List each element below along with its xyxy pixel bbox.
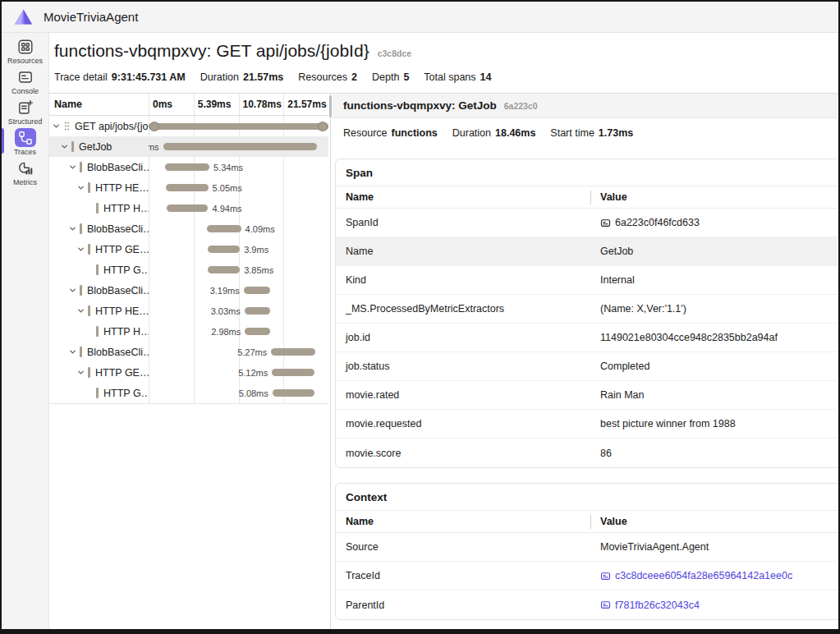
span-name: HTTP H… <box>103 326 149 338</box>
property-name: TraceId <box>336 570 590 581</box>
sidebar-item-metrics[interactable]: Metrics <box>2 158 48 189</box>
span-duration-bar[interactable] <box>149 123 328 130</box>
chevron-down-icon[interactable] <box>68 347 77 356</box>
property-value-text: 6a223c0f46fcd633 <box>615 217 700 228</box>
sidebar-item-label: Resources <box>7 57 43 65</box>
span-meta-item-value: functions <box>392 127 438 139</box>
property-value-text: (Name: X,Ver:'1.1') <box>600 303 686 315</box>
span-duration-bar[interactable] <box>208 246 241 253</box>
property-row: movie.requestedbest picture winner from … <box>336 410 838 439</box>
span-timeline-cell: 1.73ms <box>149 136 328 157</box>
span-duration-bar[interactable] <box>245 307 270 315</box>
chevron-down-icon[interactable] <box>76 306 85 315</box>
trace-span-row[interactable]: GET api/jobs/{jobId} <box>49 116 328 136</box>
chevron-down-icon[interactable] <box>68 286 77 295</box>
property-value-text: GetJob <box>600 246 633 257</box>
property-name: Name <box>336 246 590 257</box>
span-timeline-cell: 5.27ms <box>149 342 328 362</box>
span-name: HTTP GE… <box>95 244 149 255</box>
property-name: _MS.ProcessedByMetricExtractors <box>336 303 590 315</box>
span-duration-bar[interactable] <box>272 369 314 376</box>
property-row: movie.score86 <box>336 439 838 467</box>
chevron-down-icon[interactable] <box>68 224 77 233</box>
span-duration-label: 4.09ms <box>246 224 275 234</box>
trace-span-row[interactable]: BlobBaseCli…5.34ms <box>49 157 328 177</box>
span-duration-bar[interactable] <box>207 225 241 232</box>
trace-meta-item: Trace detail9:31:45.731 AM <box>54 71 186 83</box>
property-name: Kind <box>336 274 590 286</box>
trace-span-row[interactable]: BlobBaseCli…5.27ms <box>49 342 328 362</box>
resource-color-marker <box>96 388 99 398</box>
span-timeline-cell <box>149 116 328 136</box>
property-value: GetJob <box>590 246 838 257</box>
time-axis-label: 10.78ms <box>243 99 282 110</box>
trace-short-id: c3c8dce <box>378 48 411 58</box>
trace-span-row[interactable]: HTTP G…5.08ms <box>49 383 328 403</box>
span-timeline-cell: 3.19ms <box>149 280 328 301</box>
span-duration-label: 5.27ms <box>237 347 267 357</box>
property-value-link[interactable]: f781fb26c32043c4 <box>590 600 838 611</box>
sidebar-item-traces[interactable]: Traces <box>2 128 48 158</box>
trace-span-row[interactable]: HTTP GE…3.9ms <box>49 239 328 260</box>
span-duration-label: 5.08ms <box>239 388 269 398</box>
span-details-panel: functions-vbqmpxvy: GetJob 6a223c0 Resou… <box>333 94 838 629</box>
section-heading: Context <box>336 484 838 511</box>
resource-color-marker <box>71 141 74 152</box>
sidebar-item-resources[interactable]: Resources <box>2 37 48 67</box>
trace-page-header: functions-vbqmpxvy: GET api/jobs/{jobId}… <box>49 33 838 93</box>
span-duration-bar[interactable] <box>208 266 240 273</box>
span-duration-bar[interactable] <box>165 163 209 171</box>
trace-span-row[interactable]: HTTP G…3.85ms <box>49 260 328 280</box>
property-value: Completed <box>590 361 838 372</box>
property-row: NameGetJob <box>336 237 838 266</box>
scrollbar-thumb[interactable] <box>329 95 332 117</box>
span-duration-bar[interactable] <box>245 328 269 335</box>
trace-span-row[interactable]: HTTP H…2.98ms <box>49 321 328 342</box>
trace-span-row[interactable]: HTTP HE…5.05ms <box>49 177 328 198</box>
grid-icon <box>15 37 36 56</box>
span-name-cell: HTTP GE… <box>49 362 149 383</box>
span-duration-label: 2.98ms <box>211 327 241 337</box>
column-divider[interactable] <box>590 191 591 204</box>
resource-color-marker <box>80 223 82 234</box>
span-duration-bar[interactable] <box>163 143 317 150</box>
trace-span-row[interactable]: GetJob1.73ms <box>49 136 328 157</box>
chevron-down-icon[interactable] <box>76 368 85 377</box>
property-row: ParentIdf781fb26c32043c4 <box>336 590 838 619</box>
panel-splitter[interactable] <box>328 94 333 629</box>
trace-span-row[interactable]: HTTP H…4.94ms <box>49 198 328 218</box>
trace-span-row[interactable]: BlobBaseCli…3.19ms <box>49 280 328 301</box>
trace-span-row[interactable]: BlobBaseCli…4.09ms <box>49 218 328 239</box>
span-duration-label: 5.34ms <box>213 163 243 172</box>
sidebar-item-structured[interactable]: Structured <box>2 98 48 128</box>
span-name: BlobBaseCli… <box>87 285 149 296</box>
span-meta-line: ResourcefunctionsDuration18.46msStart ti… <box>333 118 838 147</box>
name-column-header: Name <box>336 516 590 527</box>
value-column-header: Value <box>590 516 838 527</box>
trace-span-row[interactable]: HTTP GE…5.12ms <box>49 362 328 383</box>
column-divider[interactable] <box>590 515 591 529</box>
chevron-down-icon[interactable] <box>76 245 85 254</box>
chevron-down-icon[interactable] <box>68 163 77 172</box>
property-value-link[interactable]: c3c8dceee6054fa28e65964142a1ee0c <box>590 570 838 581</box>
trace-meta-item-value: 21.57ms <box>243 71 283 83</box>
chevron-down-icon[interactable] <box>60 142 69 151</box>
trace-meta-item-value: 2 <box>351 71 357 83</box>
property-value: MovieTriviaAgent.Agent <box>590 541 838 553</box>
span-duration-bar[interactable] <box>271 348 315 356</box>
chevron-down-icon[interactable] <box>52 122 61 131</box>
trace-meta-item-value: 5 <box>403 71 409 83</box>
span-duration-label: 3.9ms <box>244 245 269 255</box>
property-value: (Name: X,Ver:'1.1') <box>590 303 838 315</box>
span-duration-bar[interactable] <box>167 204 208 212</box>
chevron-down-icon[interactable] <box>76 183 85 192</box>
span-duration-bar[interactable] <box>244 287 270 294</box>
sidebar-item-console[interactable]: Console <box>2 67 48 98</box>
waterfall-panel: Name 0ms5.39ms10.78ms21.57ms GET api/job… <box>49 94 328 629</box>
span-duration-bar[interactable] <box>166 184 208 191</box>
span-timeline-cell: 4.09ms <box>149 218 328 239</box>
property-name: movie.rated <box>336 389 590 401</box>
span-duration-bar[interactable] <box>273 389 315 397</box>
trace-span-row[interactable]: HTTP HE…3.03ms <box>49 301 328 321</box>
resource-color-marker <box>96 326 99 337</box>
